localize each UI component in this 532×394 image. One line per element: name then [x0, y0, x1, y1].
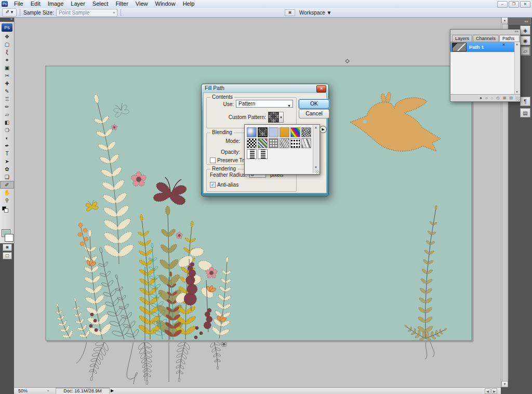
restore-button[interactable]: ❐: [509, 1, 519, 8]
scroll-right-button[interactable]: ▶: [491, 388, 497, 394]
panel-buttons: ●○◌◇⊞⊟: [450, 95, 520, 101]
type-tool[interactable]: T: [0, 150, 14, 157]
tab-layers[interactable]: Layers: [452, 35, 472, 42]
scroll-down-button[interactable]: ▼: [501, 381, 508, 387]
pattern-camo-gray[interactable]: [301, 138, 311, 148]
screen-mode-button[interactable]: ▢: [3, 252, 12, 259]
pattern-noise-fine[interactable]: [280, 138, 289, 148]
marquee-tool[interactable]: ▢: [0, 41, 14, 48]
dock-character-icon[interactable]: ▤: [520, 108, 530, 117]
quick-mask-button[interactable]: ◙: [3, 244, 12, 251]
clone-stamp-tool[interactable]: ♖: [0, 95, 14, 103]
healing-brush-tool[interactable]: ✚: [0, 80, 14, 87]
history-brush-tool[interactable]: ✏: [0, 103, 14, 111]
document-pasteboard[interactable]: [14, 17, 501, 387]
menu-file[interactable]: File: [10, 0, 27, 8]
blur-tool[interactable]: ❍: [0, 126, 14, 134]
pattern-sketch-dark[interactable]: [301, 127, 311, 137]
pattern-tie-dye[interactable]: [290, 127, 300, 137]
status-flyout-button[interactable]: ▶: [111, 388, 114, 393]
scroll-left-button[interactable]: ◀: [485, 388, 490, 394]
toolbox-collapse-button[interactable]: »: [0, 17, 14, 22]
pattern-scrollbar[interactable]: ▲▼: [313, 125, 319, 173]
pattern-flyout-button[interactable]: ▶: [320, 126, 327, 133]
tab-paths[interactable]: Paths ×: [499, 35, 520, 42]
pattern-checkerboard[interactable]: [247, 138, 257, 148]
eraser-tool[interactable]: ▱: [0, 111, 14, 119]
path-selection-tool[interactable]: ➤: [0, 157, 14, 165]
menu-window[interactable]: Window: [152, 0, 179, 8]
sample-size-value: Point Sample: [59, 10, 89, 16]
toolbox: » Ps ✥▢ξ✦▣✂✚✎♖✏▱◧❍◐✒T➤✿❏✐✋⚲ ◙ ▢: [0, 17, 15, 243]
minimize-button[interactable]: –: [497, 1, 508, 8]
pattern-dashes-rows[interactable]: [290, 138, 300, 148]
panel-scrollbar[interactable]: ▲▼: [514, 42, 520, 94]
menu-help[interactable]: Help: [179, 0, 198, 8]
load-selection-button[interactable]: ◌: [491, 95, 494, 101]
dock-paragraph-icon[interactable]: ¶: [520, 97, 530, 106]
stroke-path-button[interactable]: ○: [485, 95, 488, 101]
options-bar: ✐ ▾ Sample Size: Point Sample ▼ ▣ Worksp…: [0, 8, 532, 18]
slice-tool[interactable]: ✂: [0, 72, 14, 80]
cancel-button[interactable]: Cancel: [299, 109, 329, 119]
custom-pattern-arrow[interactable]: ▼: [279, 112, 284, 123]
panel-resize-grip[interactable]: [515, 97, 520, 101]
dialog-close-button[interactable]: ✕: [316, 85, 326, 93]
lasso-tool[interactable]: ξ: [0, 48, 14, 56]
pattern-confetti[interactable]: [258, 138, 268, 148]
brush-tool[interactable]: ✎: [0, 87, 14, 95]
close-button[interactable]: ✕: [520, 1, 530, 8]
preserve-transparency-checkbox[interactable]: [210, 157, 216, 163]
panel-collapse-button[interactable]: »»: [450, 30, 520, 35]
crop-tool[interactable]: ▣: [0, 64, 14, 72]
dock-collapse-button[interactable]: ««: [508, 18, 531, 24]
pattern-resize-grip[interactable]: [315, 170, 319, 174]
pattern-weave-blue[interactable]: [269, 127, 278, 137]
background-color-swatch[interactable]: [5, 234, 14, 242]
dodge-tool[interactable]: ◐: [0, 134, 14, 142]
menu-image[interactable]: Image: [44, 0, 68, 8]
dock-paths-icon[interactable]: ▱: [520, 46, 530, 56]
fill-path-button[interactable]: ●: [480, 95, 482, 101]
zoom-level[interactable]: 50%: [17, 388, 37, 393]
make-work-path-button[interactable]: ◇: [496, 95, 499, 101]
path-row[interactable]: Path 1: [450, 42, 515, 52]
sample-size-select[interactable]: Point Sample ▼: [56, 9, 117, 17]
tool-preset-button[interactable]: ✐ ▾: [2, 8, 17, 17]
document-canvas[interactable]: [14, 17, 501, 387]
menu-bar: Ps FileEditImageLayerSelectFilterViewWin…: [0, 0, 532, 8]
dock-styles-icon[interactable]: ◉: [520, 36, 530, 45]
menu-view[interactable]: View: [132, 0, 152, 8]
custom-shape-tool[interactable]: ✿: [0, 165, 14, 173]
use-select[interactable]: Pattern▼: [236, 100, 293, 108]
menu-filter[interactable]: Filter: [112, 0, 131, 8]
custom-pattern-label: Custom Pattern:: [218, 114, 266, 120]
zoom-tool[interactable]: ⚲: [0, 196, 14, 204]
hand-tool[interactable]: ✋: [0, 189, 14, 196]
default-colors-icon[interactable]: [0, 205, 14, 212]
pattern-solid-orange[interactable]: [280, 127, 289, 137]
pattern-ornament-strip-1[interactable]: [247, 149, 257, 159]
move-tool[interactable]: ✥: [0, 33, 14, 41]
notes-tool[interactable]: ❏: [0, 173, 14, 181]
pattern-clouds-blue[interactable]: [247, 127, 257, 137]
custom-pattern-swatch[interactable]: [268, 112, 279, 123]
dock-layers-icon[interactable]: ◈: [520, 25, 530, 35]
workspace-button[interactable]: ▣ Workspace ▼: [285, 9, 332, 16]
new-path-button[interactable]: ⊞: [503, 95, 507, 101]
pattern-ornament-strip-2[interactable]: [258, 149, 268, 159]
quick-selection-tool[interactable]: ✦: [0, 56, 14, 64]
eyedropper-tool[interactable]: ✐: [0, 181, 14, 189]
delete-path-button[interactable]: ⊟: [509, 95, 513, 101]
gradient-tool[interactable]: ◧: [0, 119, 14, 126]
pattern-blocks-gray[interactable]: [269, 138, 278, 148]
tab-channels[interactable]: Channels: [473, 35, 499, 42]
menu-layer[interactable]: Layer: [67, 0, 89, 8]
use-value: Pattern: [238, 101, 255, 107]
menu-select[interactable]: Select: [89, 0, 112, 8]
ok-button[interactable]: OK: [299, 99, 329, 109]
pattern-noise-gray[interactable]: [258, 127, 268, 137]
menu-edit[interactable]: Edit: [27, 0, 44, 8]
anti-alias-checkbox[interactable]: ✓: [210, 182, 216, 188]
pen-tool[interactable]: ✒: [0, 142, 14, 150]
